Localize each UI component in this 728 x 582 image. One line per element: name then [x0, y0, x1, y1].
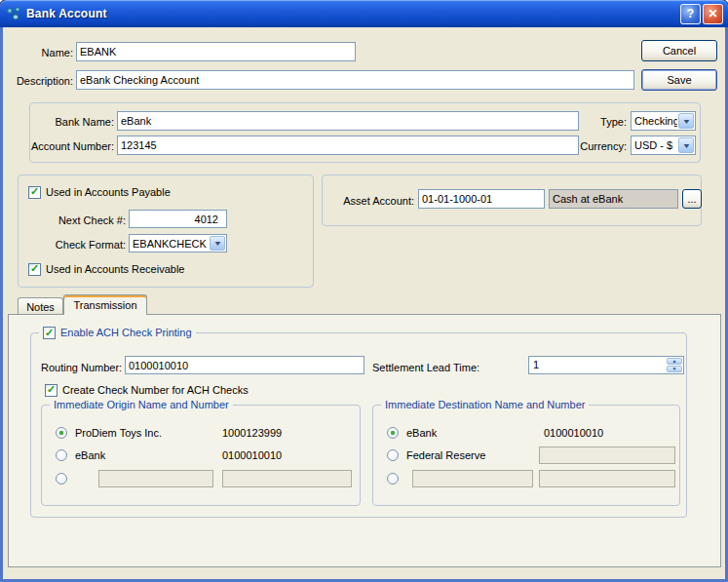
check-icon: ✓ — [30, 186, 39, 197]
used-in-ap-label: Used in Accounts Payable — [46, 186, 171, 198]
settlement-lead-label: Settlement Lead Time: — [372, 358, 499, 377]
spin-up-icon: ▲ — [672, 359, 677, 364]
bank-account-window: Bank Account ? ✕ Name: Cancel Descriptio… — [0, 0, 728, 582]
origin-custom-radio[interactable] — [56, 473, 67, 485]
check-format-combo-button[interactable]: ▼ — [210, 236, 225, 251]
currency-combo-button[interactable]: ▼ — [678, 137, 694, 153]
check-icon: ✓ — [30, 263, 39, 274]
origin-custom-name-input[interactable] — [98, 470, 213, 487]
bank-name-input[interactable] — [117, 111, 579, 131]
origin-option1-name: ProDiem Toys Inc. — [75, 423, 162, 443]
tab-notes-label: Notes — [26, 301, 55, 313]
asset-account-code-input[interactable] — [418, 189, 545, 209]
create-check-number-label: Create Check Number for ACH Checks — [62, 384, 249, 396]
close-icon: ✕ — [708, 7, 717, 20]
used-in-ar-row[interactable]: ✓ Used in Accounts Receivable — [28, 262, 184, 276]
used-in-ap-checkbox[interactable]: ✓ — [28, 186, 41, 199]
description-label: Description: — [3, 71, 73, 91]
account-number-input[interactable] — [117, 136, 579, 155]
help-icon: ? — [687, 7, 694, 20]
next-check-input[interactable] — [129, 210, 227, 228]
currency-combo[interactable]: USD - $ ▼ — [631, 136, 696, 155]
check-format-label: Check Format: — [28, 235, 126, 254]
app-icon — [6, 6, 21, 21]
type-label: Type: — [584, 112, 627, 132]
create-check-number-checkbox[interactable]: ✓ — [45, 384, 57, 397]
ach-group-legend: ✓ Enable ACH Check Printing — [39, 326, 196, 340]
bank-info-group: Bank Name: Type: Checking ▼ Account Numb… — [29, 102, 701, 163]
destination-option1-name: eBank — [406, 423, 437, 443]
origin-group-title: Immediate Origin Name and Number — [50, 398, 233, 412]
origin-option2-name: eBank — [75, 446, 105, 465]
type-combo-value: Checking — [632, 112, 677, 130]
check-icon: ✓ — [47, 384, 56, 395]
currency-combo-value: USD - $ — [632, 136, 677, 154]
next-check-label: Next Check #: — [28, 211, 126, 230]
asset-account-name-field — [549, 189, 678, 209]
name-label: Name: — [7, 43, 73, 62]
type-combo[interactable]: Checking ▼ — [631, 111, 696, 131]
tab-transmission-label: Transmission — [74, 299, 137, 311]
destination-option2-number-input[interactable] — [539, 446, 675, 464]
origin-option1-number: 1000123999 — [222, 423, 282, 443]
asset-account-browse-button[interactable]: ... — [682, 189, 702, 209]
ach-group: ✓ Enable ACH Check Printing Routing Numb… — [30, 332, 687, 518]
destination-custom-number-input[interactable] — [539, 470, 675, 487]
spin-down-icon: ▼ — [672, 367, 677, 371]
bank-name-label: Bank Name: — [30, 112, 114, 132]
spin-up-button[interactable]: ▲ — [667, 358, 682, 365]
destination-custom-name-input[interactable] — [412, 470, 533, 487]
routing-number-input[interactable] — [125, 356, 364, 374]
spinner-buttons: ▲ ▼ — [667, 358, 682, 372]
used-in-ar-label: Used in Accounts Receivable — [46, 263, 184, 275]
destination-custom-radio[interactable] — [387, 473, 399, 485]
help-button[interactable]: ? — [680, 4, 701, 24]
chevron-down-icon: ▼ — [681, 118, 690, 125]
destination-option1-radio[interactable] — [387, 427, 399, 439]
check-format-combo-value: EBANKCHECK — [130, 235, 209, 252]
origin-option1-radio[interactable] — [56, 427, 67, 439]
name-input[interactable] — [76, 42, 356, 61]
check-icon: ✓ — [45, 328, 54, 338]
tab-notes[interactable]: Notes — [18, 297, 63, 315]
tab-transmission[interactable]: Transmission — [63, 294, 147, 315]
transmission-tab-panel: ✓ Enable ACH Check Printing Routing Numb… — [8, 314, 721, 567]
used-in-ar-checkbox[interactable]: ✓ — [28, 263, 41, 276]
enable-ach-checkbox[interactable]: ✓ — [43, 327, 56, 339]
origin-option2-number: 0100010010 — [222, 446, 282, 465]
chevron-down-icon: ▼ — [681, 142, 690, 149]
dialog-body: Name: Cancel Description: Save Bank Name… — [3, 27, 725, 579]
asset-account-label: Asset Account: — [325, 191, 414, 211]
save-button[interactable]: Save — [641, 69, 717, 91]
close-button[interactable]: ✕ — [703, 4, 723, 24]
origin-option2-radio[interactable] — [56, 449, 67, 461]
spin-down-button[interactable]: ▼ — [667, 366, 682, 372]
currency-label: Currency: — [574, 136, 627, 156]
payable-group: ✓ Used in Accounts Payable Next Check #:… — [18, 175, 314, 288]
type-combo-button[interactable]: ▼ — [678, 113, 694, 129]
check-format-combo[interactable]: EBANKCHECK ▼ — [129, 234, 227, 252]
settlement-lead-value: 1 — [529, 357, 666, 373]
chevron-down-icon: ▼ — [212, 240, 221, 247]
description-input[interactable] — [76, 70, 634, 90]
account-number-label: Account Number: — [30, 136, 114, 156]
cancel-button[interactable]: Cancel — [641, 40, 717, 61]
destination-option2-name: Federal Reserve — [406, 446, 485, 465]
origin-group: Immediate Origin Name and Number ProDiem… — [41, 405, 361, 506]
destination-group-title: Immediate Destination Name and Number — [381, 398, 589, 412]
destination-group: Immediate Destination Name and Number eB… — [372, 405, 680, 506]
destination-option1-number: 0100010010 — [544, 423, 603, 443]
settlement-lead-spinner[interactable]: 1 ▲ ▼ — [528, 356, 684, 374]
destination-option2-radio[interactable] — [387, 449, 399, 461]
enable-ach-label: Enable ACH Check Printing — [60, 326, 192, 340]
routing-number-label: Routing Number: — [41, 358, 138, 377]
asset-account-group: Asset Account: ... — [322, 175, 702, 226]
origin-custom-number-input[interactable] — [222, 470, 352, 487]
used-in-ap-row[interactable]: ✓ Used in Accounts Payable — [28, 185, 171, 199]
create-check-number-row[interactable]: ✓ Create Check Number for ACH Checks — [45, 383, 249, 397]
window-title: Bank Account — [26, 7, 678, 20]
titlebar: Bank Account ? ✕ — [0, 0, 728, 27]
